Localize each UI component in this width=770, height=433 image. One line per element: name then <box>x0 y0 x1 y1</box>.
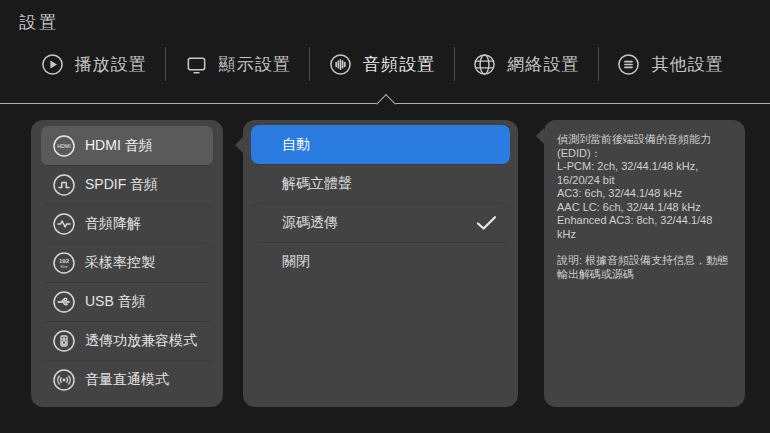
active-tab-notch <box>376 94 396 114</box>
samplerate-icon: 192 Khz <box>52 251 76 275</box>
sidebar-item-label: USB 音頻 <box>85 293 146 311</box>
volume-passthrough-icon <box>52 368 76 392</box>
info-panel: 偵測到當前後端設備的音頻能力 (EDID)： L-PCM: 2ch, 32/44… <box>544 120 745 407</box>
equalizer-icon <box>329 53 352 76</box>
edid-info-text: 偵測到當前後端設備的音頻能力 (EDID)： L-PCM: 2ch, 32/44… <box>557 133 733 241</box>
page-title: 設置 <box>19 11 59 34</box>
option-raw-passthrough[interactable]: 源碼透傳 <box>251 203 510 242</box>
check-icon <box>476 215 497 231</box>
option-label: 解碼立體聲 <box>282 175 352 193</box>
amp-speaker-icon <box>52 329 76 353</box>
info-panel-notch <box>536 128 544 144</box>
audio-settings-sidebar: HDMI HDMI 音頻 SPDIF 音頻 音頻降解 192 Khz 采樣率控製 <box>31 120 223 407</box>
sidebar-item-label: SPDIF 音頻 <box>85 176 158 194</box>
tab-label: 其他設置 <box>651 53 723 76</box>
menu-circle-icon <box>617 53 640 76</box>
tab-label: 音頻設置 <box>363 53 435 76</box>
svg-text:HDMI: HDMI <box>57 143 70 149</box>
tab-label: 播放設置 <box>75 53 147 76</box>
note-text: 說明: 根據音頻設備支持信息，動態 輸出解碼或源碼 <box>557 254 733 281</box>
hdmi-icon: HDMI <box>52 134 76 158</box>
option-decode-stereo[interactable]: 解碼立體聲 <box>251 164 510 203</box>
sidebar-item-label: 音頻降解 <box>85 215 141 233</box>
tab-display-settings[interactable]: 顯示設置 <box>166 53 309 76</box>
sidebar-item-audio-downgrade[interactable]: 音頻降解 <box>41 204 213 243</box>
sidebar-item-label: 音量直通模式 <box>85 371 169 389</box>
settings-tab-bar: 播放設置 顯示設置 音頻設置 網絡設置 其 <box>22 42 742 86</box>
tab-network-settings[interactable]: 網絡設置 <box>455 53 598 76</box>
option-off[interactable]: 關閉 <box>251 242 510 281</box>
option-label: 源碼透傳 <box>282 214 338 232</box>
globe-icon <box>473 53 496 76</box>
sidebar-item-sample-rate-control[interactable]: 192 Khz 采樣率控製 <box>41 243 213 282</box>
tab-label: 顯示設置 <box>219 53 291 76</box>
sidebar-item-spdif-audio[interactable]: SPDIF 音頻 <box>41 165 213 204</box>
sidebar-item-label: 采樣率控製 <box>85 254 155 272</box>
waveform-icon <box>52 212 76 236</box>
svg-text:Khz: Khz <box>60 264 67 269</box>
option-auto[interactable]: 自動 <box>251 125 510 164</box>
options-panel-notch <box>235 137 243 153</box>
usb-icon <box>52 290 76 314</box>
tab-audio-settings[interactable]: 音頻設置 <box>310 53 453 76</box>
sidebar-item-passthrough-amp-mode[interactable]: 透傳功放兼容模式 <box>41 321 213 360</box>
tab-playback-settings[interactable]: 播放設置 <box>22 53 165 76</box>
spdif-icon <box>52 173 76 197</box>
sidebar-item-hdmi-audio[interactable]: HDMI HDMI 音頻 <box>41 126 213 165</box>
hdmi-audio-options-panel: 自動 解碼立體聲 源碼透傳 關閉 <box>243 120 518 407</box>
sidebar-item-volume-passthrough-mode[interactable]: 音量直通模式 <box>41 360 213 399</box>
sidebar-item-usb-audio[interactable]: USB 音頻 <box>41 282 213 321</box>
play-icon <box>41 53 64 76</box>
option-label: 關閉 <box>282 253 310 271</box>
sidebar-item-label: HDMI 音頻 <box>85 137 153 155</box>
option-label: 自動 <box>282 136 310 154</box>
sidebar-item-label: 透傳功放兼容模式 <box>85 332 197 350</box>
tab-label: 網絡設置 <box>507 53 579 76</box>
display-icon <box>185 53 208 76</box>
tab-other-settings[interactable]: 其他設置 <box>599 53 742 76</box>
